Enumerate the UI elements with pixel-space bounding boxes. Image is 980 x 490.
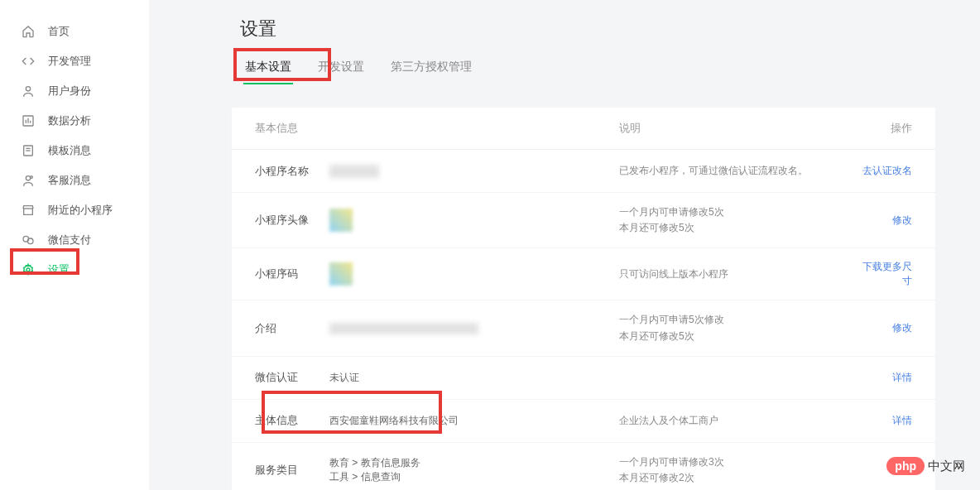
tab-thirdparty[interactable]: 第三方授权管理 (389, 55, 473, 84)
svg-point-11 (27, 238, 33, 244)
row-intro: 介绍 一个月内可申请5次修改 本月还可修改5次 修改 (232, 300, 935, 356)
svg-point-9 (31, 176, 33, 179)
sidebar-item-home[interactable]: 首页 (0, 17, 149, 46)
svg-point-12 (26, 268, 30, 271)
tab-dev[interactable]: 开发设置 (316, 55, 366, 84)
doc-icon (20, 142, 36, 159)
home-icon (20, 23, 36, 40)
row-value: 未认证 (329, 371, 619, 385)
row-action-detail[interactable]: 详情 (854, 414, 912, 428)
sidebar-item-nearby[interactable]: 附近的小程序 (0, 195, 149, 225)
row-app-avatar: 小程序头像 一个月内可申请修改5次 本月还可修改5次 修改 (232, 193, 935, 248)
header-col-action: 操作 (862, 121, 912, 136)
row-value (329, 209, 619, 232)
sidebar-item-label: 用户身份 (48, 84, 91, 98)
row-desc: 一个月内可申请修改5次 本月还可修改5次 (619, 204, 854, 236)
row-desc: 一个月内可申请修改3次 本月还可修改2次 (619, 454, 854, 486)
row-action-detail[interactable]: 详情 (854, 371, 912, 385)
code-icon (20, 53, 36, 70)
sidebar-item-user[interactable]: 用户身份 (0, 76, 149, 106)
row-desc: 一个月内可申请5次修改 本月还可修改5次 (619, 312, 854, 343)
support-icon (20, 172, 36, 189)
sidebar-item-label: 数据分析 (48, 113, 91, 128)
row-label: 小程序名称 (255, 164, 329, 179)
header-col-basic: 基本信息 (255, 121, 619, 136)
sidebar-item-label: 附近的小程序 (48, 203, 113, 218)
row-action-modify[interactable]: 修改 (854, 214, 912, 228)
svg-point-8 (26, 176, 30, 180)
row-label: 小程序码 (255, 267, 329, 281)
row-value: 教育 > 教育信息服务 工具 > 信息查询 (329, 456, 619, 484)
row-action-modify[interactable]: 修改 (854, 321, 912, 335)
chart-icon (20, 113, 36, 129)
row-wechat-verify: 微信认证 未认证 详情 (232, 357, 935, 400)
pay-icon (20, 232, 36, 248)
row-value (329, 165, 619, 178)
row-value: 西安倔童鞋网络科技有限公司 (329, 414, 619, 428)
tabs: 基本设置 开发设置 第三方授权管理 (243, 55, 935, 84)
sidebar-item-label: 客服消息 (48, 173, 91, 188)
row-label: 主体信息 (255, 413, 329, 428)
footer-watermark: php 中文网 (886, 457, 965, 475)
blurred-value (329, 165, 379, 178)
row-desc: 只可访问线上版本小程序 (619, 267, 854, 282)
user-icon (20, 83, 36, 99)
row-label: 服务类目 (255, 463, 329, 478)
header-col-desc: 说明 (619, 121, 862, 136)
row-app-qrcode: 小程序码 只可访问线上版本小程序 下载更多尺寸 (232, 248, 935, 300)
row-desc: 已发布小程序，可通过微信认证流程改名。 (619, 163, 854, 179)
row-label: 微信认证 (255, 370, 329, 385)
php-logo-pill: php (886, 457, 925, 475)
store-icon (20, 202, 36, 219)
row-value (329, 322, 619, 334)
row-entity-info: 主体信息 西安倔童鞋网络科技有限公司 企业法人及个体工商户 详情 (232, 400, 935, 443)
main-content: 设置 基本设置 开发设置 第三方授权管理 基本信息 说明 操作 小程序名称 已发… (166, 0, 960, 490)
gear-icon (20, 262, 36, 278)
blurred-qrcode (329, 262, 353, 286)
blurred-intro (329, 323, 478, 334)
row-service-category: 服务类目 教育 > 教育信息服务 工具 > 信息查询 一个月内可申请修改3次 本… (232, 443, 935, 490)
sidebar-item-label: 设置 (48, 262, 70, 277)
row-app-name: 小程序名称 已发布小程序，可通过微信认证流程改名。 去认证改名 (232, 150, 935, 193)
panel-header: 基本信息 说明 操作 (232, 108, 935, 150)
sidebar-item-pay[interactable]: 微信支付 (0, 225, 149, 255)
row-label: 小程序头像 (255, 213, 329, 228)
tab-basic[interactable]: 基本设置 (243, 55, 293, 84)
sidebar-item-dev[interactable]: 开发管理 (0, 46, 149, 76)
settings-panel: 基本信息 说明 操作 小程序名称 已发布小程序，可通过微信认证流程改名。 去认证… (232, 108, 935, 490)
row-action-download[interactable]: 下载更多尺寸 (854, 260, 912, 288)
row-value (329, 262, 619, 286)
page-title: 设置 (240, 17, 935, 41)
sidebar-item-label: 模板消息 (48, 143, 91, 158)
row-label: 介绍 (255, 321, 329, 336)
sidebar: 首页 开发管理 用户身份 数据分析 模板消息 客服消息 附近的小程序 微信支付 … (0, 0, 149, 490)
blurred-avatar (329, 209, 353, 232)
sidebar-item-analytics[interactable]: 数据分析 (0, 106, 149, 136)
sidebar-item-support[interactable]: 客服消息 (0, 166, 149, 195)
svg-point-0 (26, 87, 30, 91)
sidebar-item-label: 开发管理 (48, 54, 91, 69)
sidebar-item-label: 微信支付 (48, 233, 91, 247)
row-action-rename[interactable]: 去认证改名 (854, 164, 912, 178)
row-desc: 企业法人及个体工商户 (619, 413, 854, 429)
sidebar-item-template[interactable]: 模板消息 (0, 136, 149, 166)
sidebar-item-settings[interactable]: 设置 (0, 255, 149, 285)
sidebar-item-label: 首页 (48, 24, 70, 39)
footer-text: 中文网 (928, 459, 965, 474)
